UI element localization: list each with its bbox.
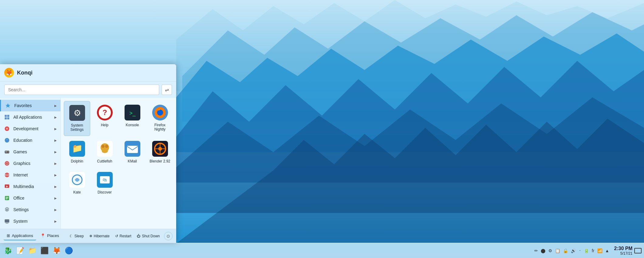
taskbar-app-dolphin-tb[interactable]: 📁 xyxy=(27,245,38,256)
svg-rect-10 xyxy=(5,117,7,120)
apps-grid-container: ⚙ System Settings ? Help >_ Konsole Fire… xyxy=(61,98,176,229)
app-item-kate[interactable]: Kate xyxy=(64,168,90,198)
sidebar-icon-graphics xyxy=(4,160,10,167)
footer-tab-places[interactable]: 📍Places xyxy=(37,232,62,240)
footer-action-sleep[interactable]: ☾Sleep xyxy=(67,232,86,240)
svg-point-13 xyxy=(6,128,8,130)
sidebar-arrow-multimedia: ▶ xyxy=(54,185,57,188)
taskbar-app-sticky-notes[interactable]: 📝 xyxy=(15,245,26,256)
sidebar-label-multimedia: Multimedia xyxy=(13,184,34,189)
taskbar-app-icon-firefox-tb: 🦊 xyxy=(53,247,61,255)
clock-date: 5/17/21 xyxy=(614,251,632,256)
svg-point-18 xyxy=(8,152,8,152)
app-label-help: Help xyxy=(101,123,108,127)
app-item-firefox-nightly[interactable]: Firefox Nightly xyxy=(147,101,173,136)
sidebar-arrow-education: ▶ xyxy=(54,139,57,142)
sidebar-item-graphics[interactable]: Graphics ▶ xyxy=(0,158,60,169)
footer-tabs: ⊞Applications📍Places xyxy=(4,232,62,240)
app-item-cuttlefish[interactable]: Cuttlefish xyxy=(91,137,118,167)
app-label-system-settings: System Settings xyxy=(67,123,87,132)
menu-title: Konqi xyxy=(17,70,172,76)
sidebar-item-education[interactable]: Education ▶ xyxy=(0,134,60,146)
app-item-kmail[interactable]: KMail xyxy=(119,137,146,167)
svg-marker-7 xyxy=(6,103,10,108)
app-item-blender[interactable]: Blender 2.92 xyxy=(147,137,173,167)
sidebar-label-games: Games xyxy=(13,149,27,154)
svg-rect-11 xyxy=(7,117,9,120)
svg-text:?: ? xyxy=(102,108,107,117)
footer-action-shutdown[interactable]: ⏻Shut Down xyxy=(134,232,162,240)
svg-rect-27 xyxy=(6,198,9,198)
footer-action-hibernate[interactable]: ❄Hibernate xyxy=(87,232,112,240)
app-label-blender: Blender 2.92 xyxy=(149,159,170,163)
svg-point-46 xyxy=(101,145,104,148)
app-menu: 🦊 Konqi ⇌ Favorites ▶ All Applications ▶… xyxy=(0,64,176,243)
taskbar-app-icon-kde-menu: 🐉 xyxy=(4,247,12,255)
app-label-kate: Kate xyxy=(73,190,81,194)
sidebar-item-games[interactable]: Games ▶ xyxy=(0,146,60,158)
sidebar-item-favorites[interactable]: Favorites ▶ xyxy=(0,100,60,111)
systray-lang[interactable]: fr xyxy=(591,248,595,254)
action-label-sleep: Sleep xyxy=(74,234,84,238)
systray-clipboard[interactable]: 📋 xyxy=(554,248,561,254)
footer-action-restart[interactable]: ↺Restart xyxy=(113,232,134,240)
systray-bluetooth[interactable]: ᛫ xyxy=(578,248,582,254)
sidebar-icon-education xyxy=(4,137,10,144)
sidebar-icon-all-applications xyxy=(4,114,10,120)
action-icon-sleep: ☾ xyxy=(70,234,73,238)
systray-settings-tray[interactable]: ⚙ xyxy=(548,248,553,254)
search-input[interactable] xyxy=(4,85,159,95)
sidebar-icon-internet xyxy=(4,172,10,178)
app-icon-firefox-nightly xyxy=(152,105,168,120)
sidebar-item-all-applications[interactable]: All Applications ▶ xyxy=(0,111,60,123)
sidebar-item-multimedia[interactable]: Multimedia ▶ xyxy=(0,181,60,192)
taskbar-app-icon-sticky-notes: 📝 xyxy=(16,247,24,255)
sidebar-item-internet[interactable]: Internet ▶ xyxy=(0,169,60,181)
systray-chevron-up[interactable]: ▲ xyxy=(605,248,610,254)
search-container: ⇌ xyxy=(0,82,176,98)
sidebar-item-settings[interactable]: Settings ▶ xyxy=(0,204,60,215)
app-icon-dolphin: 📁 xyxy=(69,141,85,157)
footer-tab-applications[interactable]: ⊞Applications xyxy=(4,232,36,240)
app-item-dolphin[interactable]: 📁 Dolphin xyxy=(64,137,90,167)
sidebar-item-system[interactable]: System ▶ xyxy=(0,215,60,227)
action-label-shutdown: Shut Down xyxy=(142,234,160,238)
app-icon-kmail xyxy=(125,141,140,157)
app-item-konsole[interactable]: >_ Konsole xyxy=(119,101,146,136)
systray-lock[interactable]: 🔒 xyxy=(562,248,569,254)
sidebar-icon-settings xyxy=(4,206,10,213)
svg-rect-31 xyxy=(6,223,9,224)
footer-more-button[interactable]: ⊙ xyxy=(164,232,173,240)
taskbar-app-discover-tb[interactable]: 🔵 xyxy=(63,245,74,256)
svg-text:⚙: ⚙ xyxy=(73,108,81,118)
footer-actions: ☾Sleep❄Hibernate↺Restart⏻Shut Down⊙ xyxy=(67,232,173,240)
svg-rect-26 xyxy=(6,197,9,197)
app-label-dolphin: Dolphin xyxy=(71,159,83,163)
taskbar-app-yakuake[interactable]: ⬛ xyxy=(39,245,50,256)
app-icon-cuttlefish xyxy=(97,141,113,157)
menu-body: Favorites ▶ All Applications ▶ Developme… xyxy=(0,98,176,229)
app-item-discover[interactable]: 🛍 Discover xyxy=(91,168,118,198)
systray-battery[interactable]: 🔋 xyxy=(583,248,590,254)
taskbar-app-firefox-tb[interactable]: 🦊 xyxy=(51,245,62,256)
app-icon-help: ? xyxy=(97,105,113,120)
app-item-help[interactable]: ? Help xyxy=(91,101,118,136)
sidebar-item-office[interactable]: Office ▶ xyxy=(0,192,60,204)
svg-point-48 xyxy=(102,149,108,153)
systray-wifi[interactable]: 📶 xyxy=(597,248,603,254)
taskbar-clock[interactable]: 2:30 PM 5/17/21 xyxy=(614,246,632,256)
systray-circle[interactable]: ⬤ xyxy=(540,248,546,254)
sidebar-item-development[interactable]: Development ▶ xyxy=(0,123,60,134)
app-label-cuttlefish: Cuttlefish xyxy=(97,159,112,163)
search-filter-button[interactable]: ⇌ xyxy=(162,85,172,95)
app-icon-discover: 🛍 xyxy=(97,172,113,188)
taskbar-app-kde-menu[interactable]: 🐉 xyxy=(2,245,13,256)
systray-pencil[interactable]: ✏ xyxy=(534,248,539,254)
screen-button[interactable] xyxy=(634,248,642,253)
apps-grid: ⚙ System Settings ? Help >_ Konsole Fire… xyxy=(64,101,173,198)
app-item-system-settings[interactable]: ⚙ System Settings xyxy=(64,101,90,136)
systray-volume[interactable]: 🔊 xyxy=(570,248,577,254)
app-logo: 🦊 xyxy=(4,68,14,78)
tab-label-places: Places xyxy=(47,233,59,238)
action-label-hibernate: Hibernate xyxy=(94,234,110,238)
